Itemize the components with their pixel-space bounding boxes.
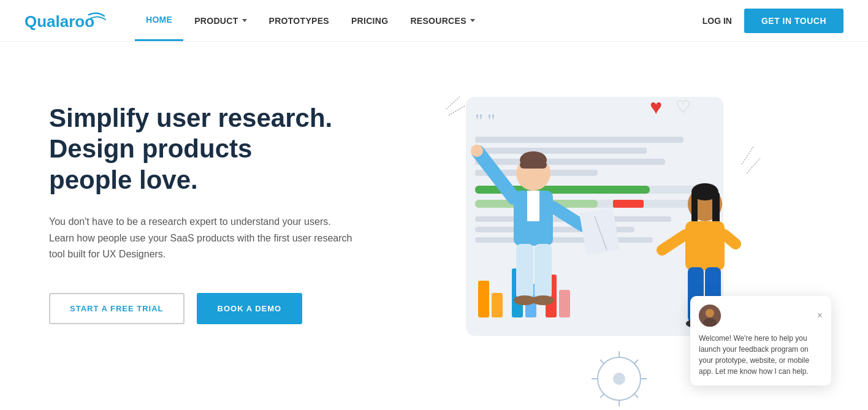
nav-item-pricing[interactable]: PRICING bbox=[340, 1, 399, 40]
svg-text:♡: ♡ bbox=[676, 97, 691, 116]
get-in-touch-button[interactable]: GET IN TOUCH bbox=[744, 9, 843, 33]
nav-right: LOG IN GET IN TOUCH bbox=[702, 9, 843, 33]
close-icon[interactable]: × bbox=[817, 310, 823, 321]
svg-point-64 bbox=[706, 309, 714, 317]
svg-rect-30 bbox=[520, 161, 547, 169]
navbar: Qualaroo HOME PRODUCT PROTOTYPES PRICING… bbox=[0, 0, 868, 42]
nav-item-home[interactable]: HOME bbox=[135, 0, 183, 41]
svg-rect-12 bbox=[613, 200, 644, 208]
svg-line-26 bbox=[742, 146, 754, 164]
hero-illustration: " " bbox=[405, 78, 831, 410]
hero-title: Simplify user research. Design products … bbox=[49, 103, 405, 196]
svg-text:": " bbox=[475, 110, 483, 132]
nav-item-resources[interactable]: RESOURCES bbox=[399, 1, 485, 40]
svg-text:♥: ♥ bbox=[650, 95, 662, 118]
hero-content: Simplify user research. Design products … bbox=[49, 78, 405, 324]
chat-message: Welcome! We're here to help you launch y… bbox=[699, 333, 823, 377]
login-link[interactable]: LOG IN bbox=[702, 16, 732, 26]
svg-rect-36 bbox=[516, 244, 533, 299]
svg-line-60 bbox=[634, 393, 638, 398]
svg-point-39 bbox=[532, 295, 554, 305]
svg-point-34 bbox=[471, 145, 483, 157]
hero-section: Simplify user research. Design products … bbox=[0, 42, 868, 410]
svg-line-27 bbox=[747, 158, 760, 173]
svg-rect-4 bbox=[475, 137, 683, 143]
chevron-down-icon bbox=[242, 19, 247, 22]
chat-avatar bbox=[699, 305, 721, 327]
svg-line-52 bbox=[725, 235, 736, 244]
svg-rect-46 bbox=[685, 221, 725, 270]
svg-line-24 bbox=[446, 97, 460, 109]
chat-header: × bbox=[699, 305, 823, 327]
start-trial-button[interactable]: START A FREE TRIAL bbox=[49, 293, 185, 324]
svg-text:": " bbox=[487, 110, 495, 132]
logo[interactable]: Qualaroo bbox=[25, 10, 110, 32]
nav-item-prototypes[interactable]: PROTOTYPES bbox=[258, 1, 340, 40]
svg-rect-37 bbox=[535, 244, 552, 299]
svg-text:Qualaroo: Qualaroo bbox=[25, 12, 94, 31]
nav-links: HOME PRODUCT PROTOTYPES PRICING RESOURCE… bbox=[135, 0, 486, 41]
book-demo-button[interactable]: BOOK A DEMO bbox=[197, 293, 303, 324]
svg-line-59 bbox=[600, 360, 604, 364]
svg-line-61 bbox=[634, 360, 638, 364]
svg-line-25 bbox=[449, 106, 465, 115]
svg-point-54 bbox=[613, 373, 625, 385]
svg-rect-16 bbox=[478, 281, 489, 317]
chat-widget: × Welcome! We're here to help you launch… bbox=[690, 296, 831, 385]
svg-rect-6 bbox=[475, 159, 665, 165]
chevron-down-icon bbox=[470, 19, 475, 22]
hero-cta-buttons: START A FREE TRIAL BOOK A DEMO bbox=[49, 293, 405, 324]
svg-rect-21 bbox=[559, 290, 570, 317]
svg-line-62 bbox=[600, 393, 604, 398]
svg-rect-32 bbox=[527, 191, 539, 221]
svg-rect-17 bbox=[492, 293, 503, 317]
hero-subtitle: You don't have to be a research expert t… bbox=[49, 214, 356, 262]
nav-item-product[interactable]: PRODUCT bbox=[183, 1, 257, 40]
svg-rect-15 bbox=[475, 237, 653, 243]
svg-rect-5 bbox=[475, 148, 647, 154]
